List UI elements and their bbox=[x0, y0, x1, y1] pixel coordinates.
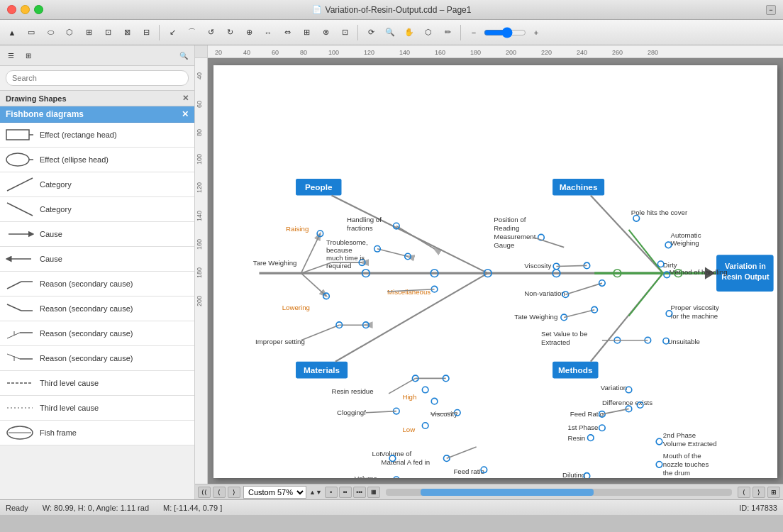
sidebar: ☰ ⊞ 🔍 Drawing Shapes ✕ Fishbone diagrams… bbox=[0, 45, 195, 499]
list-item[interactable]: Reason (secondary cause) bbox=[0, 272, 194, 297]
prev-page-button[interactable]: ⟨ bbox=[213, 487, 226, 498]
refresh-button[interactable]: ⟳ bbox=[362, 23, 380, 42]
nav6-button[interactable]: ↔ bbox=[259, 23, 277, 42]
list-item[interactable]: Reason (secondary cause) bbox=[0, 346, 194, 371]
select-tool-button[interactable]: ▲ bbox=[3, 23, 21, 42]
rectangle-tool-button[interactable]: ▭ bbox=[22, 23, 40, 42]
svg-text:Lowering: Lowering bbox=[282, 304, 310, 311]
nav9-button[interactable]: ⊗ bbox=[316, 23, 335, 42]
title-bar: 📄 Variation-of-Resin-Output.cdd – Page1 … bbox=[0, 0, 783, 20]
svg-text:Variation in: Variation in bbox=[725, 262, 766, 270]
minimize-button[interactable] bbox=[21, 5, 30, 14]
nav5-button[interactable]: ⊕ bbox=[240, 23, 258, 42]
svg-text:Position of: Position of bbox=[494, 216, 526, 223]
svg-text:Gauge: Gauge bbox=[494, 241, 514, 249]
svg-text:Improper setting: Improper setting bbox=[255, 338, 305, 345]
svg-line-145 bbox=[556, 265, 587, 266]
reason1-icon bbox=[6, 275, 34, 292]
page-nav-right: ⟨ ⟩ ⊞ bbox=[738, 487, 780, 498]
ruler-corner bbox=[195, 45, 208, 58]
shape6-tool-button[interactable]: ⊡ bbox=[99, 23, 117, 42]
svg-text:Automatic: Automatic bbox=[671, 231, 701, 239]
polygon-tool-button[interactable]: ⬡ bbox=[60, 23, 79, 42]
pen-tool-button[interactable]: ✏ bbox=[438, 23, 457, 42]
close-drawing-icon[interactable]: ✕ bbox=[182, 94, 189, 103]
nav8-button[interactable]: ⊞ bbox=[297, 23, 316, 42]
svg-text:40: 40 bbox=[196, 72, 203, 79]
sidebar-toggle-button[interactable]: ☰ bbox=[3, 48, 18, 63]
svg-text:140: 140 bbox=[399, 49, 410, 56]
nav2-button[interactable]: ⌒ bbox=[182, 23, 201, 42]
h-scrollbar-thumb[interactable] bbox=[421, 489, 594, 496]
zoom-slider[interactable] bbox=[484, 27, 526, 38]
svg-point-172 bbox=[599, 425, 606, 431]
sidebar-fishbone-header[interactable]: Fishbone diagrams ✕ bbox=[0, 106, 194, 123]
pan-tool-button[interactable]: ✋ bbox=[400, 23, 418, 42]
list-item[interactable]: Effect (ellipse head) bbox=[0, 148, 194, 172]
search-input[interactable] bbox=[6, 70, 189, 86]
svg-text:120: 120 bbox=[364, 49, 374, 56]
zoom-stepper[interactable]: ▲▼ bbox=[309, 489, 322, 496]
svg-text:Lot: Lot bbox=[372, 450, 382, 458]
list-item[interactable]: Third level cause bbox=[0, 371, 194, 396]
list-item[interactable]: Fish frame bbox=[0, 421, 194, 445]
list-item[interactable]: Third level cause bbox=[0, 396, 194, 421]
svg-text:Resin residue: Resin residue bbox=[332, 387, 374, 395]
redo-button[interactable]: ↻ bbox=[221, 23, 239, 42]
svg-line-120 bbox=[591, 196, 663, 274]
maximize-button[interactable] bbox=[34, 5, 43, 14]
next-page-button[interactable]: ⟩ bbox=[228, 487, 240, 498]
nav7-button[interactable]: ⇔ bbox=[278, 23, 296, 42]
list-item[interactable]: Category bbox=[0, 172, 194, 197]
zoom-select[interactable]: Custom 57% 50% 75% 100% bbox=[243, 486, 306, 499]
shape8-tool-button[interactable]: ⊟ bbox=[137, 23, 155, 42]
list-item[interactable]: Reason (secondary cause) bbox=[0, 321, 194, 346]
window-control-button[interactable]: − bbox=[766, 5, 776, 15]
ellipse-tool-button[interactable]: ⬭ bbox=[41, 23, 60, 42]
shape7-tool-button[interactable]: ⊠ bbox=[118, 23, 136, 42]
canvas-background[interactable]: Variation in Resin Output People Raising bbox=[208, 58, 783, 484]
third1-label: Third level cause bbox=[40, 379, 99, 387]
effect-rect-icon bbox=[6, 126, 34, 143]
svg-text:for the machine: for the machine bbox=[671, 312, 718, 320]
sidebar-search-area bbox=[0, 66, 194, 91]
zoom-tool-button[interactable]: 🔍 bbox=[381, 23, 399, 42]
canvas-viewport: 40 60 80 100 120 140 160 180 200 bbox=[195, 58, 783, 484]
expand-button[interactable]: ⊞ bbox=[767, 487, 780, 498]
svg-text:Raising: Raising bbox=[286, 225, 309, 233]
page-right1-button[interactable]: ⟨ bbox=[738, 487, 750, 498]
main-layout: ☰ ⊞ 🔍 Drawing Shapes ✕ Fishbone diagrams… bbox=[0, 45, 783, 499]
close-button[interactable] bbox=[7, 5, 16, 14]
sidebar-items-list: Effect (rectange head) Effect (ellipse h… bbox=[0, 123, 194, 499]
sidebar-search-icon-button[interactable]: 🔍 bbox=[176, 48, 191, 63]
svg-text:240: 240 bbox=[577, 49, 587, 56]
list-item[interactable]: Category bbox=[0, 197, 194, 222]
view-mode1-button[interactable]: ▪ bbox=[325, 487, 338, 498]
sidebar-grid-button[interactable]: ⊞ bbox=[21, 48, 36, 63]
zoom-out-button[interactable]: − bbox=[465, 23, 483, 42]
svg-text:much time is: much time is bbox=[326, 254, 365, 262]
first-page-button[interactable]: ⟨⟨ bbox=[198, 487, 211, 498]
view-mode4-button[interactable]: ▦ bbox=[367, 487, 380, 498]
h-scrollbar-track[interactable] bbox=[386, 489, 732, 496]
list-item[interactable]: Cause bbox=[0, 247, 194, 272]
nav1-button[interactable]: ↙ bbox=[163, 23, 182, 42]
status-mouse: M: [-11.44, 0.79 ] bbox=[163, 504, 222, 512]
close-fishbone-icon[interactable]: ✕ bbox=[182, 109, 189, 119]
list-item[interactable]: Effect (rectange head) bbox=[0, 123, 194, 148]
view-mode3-button[interactable]: ▪▪▪ bbox=[353, 487, 366, 498]
view-mode2-button[interactable]: ▪▪ bbox=[339, 487, 352, 498]
svg-text:280: 280 bbox=[648, 49, 658, 56]
shape5-tool-button[interactable]: ⊞ bbox=[79, 23, 98, 42]
list-item[interactable]: Reason (secondary cause) bbox=[0, 297, 194, 321]
svg-line-92 bbox=[389, 378, 416, 393]
list-item[interactable]: Cause bbox=[0, 222, 194, 247]
nav10-button[interactable]: ⊡ bbox=[335, 23, 354, 42]
undo-button[interactable]: ↺ bbox=[201, 23, 220, 42]
view3-button[interactable]: ⬡ bbox=[419, 23, 438, 42]
traffic-lights[interactable] bbox=[7, 5, 43, 14]
page-right2-button[interactable]: ⟩ bbox=[753, 487, 765, 498]
zoom-in-button[interactable]: + bbox=[527, 23, 545, 42]
svg-text:Volume: Volume bbox=[355, 475, 377, 478]
svg-text:100: 100 bbox=[328, 49, 339, 56]
